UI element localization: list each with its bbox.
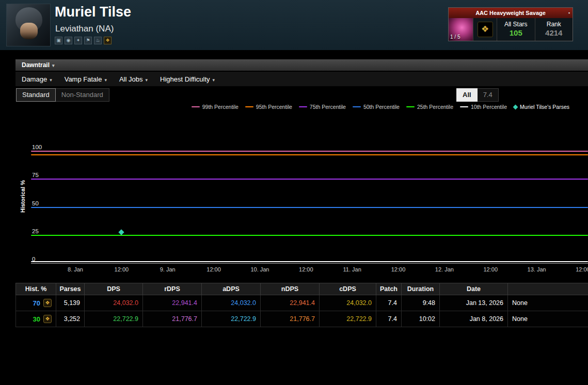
all-stars-value[interactable]: 105 [497,28,535,37]
column-header-ndps[interactable]: nDPS [261,283,320,295]
legend-label: 99th Percentile [202,104,239,110]
boss-filter-label: Vamp Fatale [65,75,102,83]
ndps-cell[interactable]: 21,776.7 [261,311,320,327]
rank-label: Rank [535,21,573,28]
x-axis-tick-label: 10. Jan [250,266,269,272]
hist-percent-cell[interactable]: 30❖ [16,311,56,327]
adps-cell[interactable]: 24,032.0 [202,295,261,311]
parses-table: Hist. % Parses DPS rDPS aDPS nDPS cDPS P… [15,283,588,327]
legend-swatch [460,106,468,107]
hist-percent-value: 70 [33,299,40,307]
jobs-filter[interactable]: All Jobs▾ [119,75,148,83]
column-header-date[interactable]: Date [440,283,508,295]
hist-percent-cell[interactable]: 70❖ [16,295,56,311]
server-name: Leviathan (NA) [55,24,114,34]
duration-cell: 10:02 [402,311,440,327]
legend-swatch [245,106,253,107]
parses-count-cell: 5,139 [56,295,85,311]
job-icon[interactable]: ❖ [478,22,493,37]
cdps-cell[interactable]: 22,722.9 [320,311,376,327]
legend-item[interactable]: Muriel Tilse's Parses [514,104,569,110]
zone-thumbnail[interactable]: 1 / 5 [449,18,473,41]
x-axis-tick-label: 12:00 [391,266,406,272]
column-header-adps[interactable]: aDPS [202,283,261,295]
x-axis-line [31,263,588,264]
filter-bar: Damage▾ Vamp Fatale▾ All Jobs▾ Highest D… [15,72,588,86]
boss-filter[interactable]: Vamp Fatale▾ [65,75,107,83]
character-avatar [6,4,51,46]
tab-patch-7-4[interactable]: 7.4 [477,88,499,102]
star-icon[interactable]: ✦ [74,37,82,44]
legend-label: Muriel Tilse's Parses [520,104,569,110]
legend-item[interactable]: 95th Percentile [245,104,292,110]
rdps-cell[interactable]: 22,941.4 [143,295,202,311]
job-icon: ❖ [43,315,52,323]
patch-tabs: All 7.4 [456,88,498,102]
column-header-dps[interactable]: DPS [85,283,143,295]
chart-legend: 99th Percentile95th Percentile75th Perce… [192,103,569,110]
x-axis-tick-label: 12:00 [483,266,498,272]
column-header-cdps[interactable]: cDPS [320,283,376,295]
chevron-down-icon: ▾ [145,77,148,83]
dps-cell[interactable]: 22,722.9 [85,311,143,327]
zone-summary-body: 1 / 5 ❖ All Stars 105 Rank 4214 [449,18,573,41]
percentile-line [31,179,588,180]
difficulty-filter[interactable]: Highest Difficulty▾ [160,75,215,83]
column-header-parses[interactable]: Parses [56,283,85,295]
legend-item[interactable]: 75th Percentile [299,104,346,110]
x-axis-tick-label: 12:00 [576,266,588,272]
parse-type-tabs: Standard Non-Standard [16,88,109,102]
y-axis-tick-label: 0 [32,256,35,262]
column-header-duration[interactable]: Duration [402,283,440,295]
rank-value[interactable]: 4214 [535,28,573,37]
column-header-rdps[interactable]: rDPS [143,283,202,295]
x-axis-tick-label: 12:00 [299,266,313,272]
springs-icon[interactable]: ♨ [94,37,102,44]
job-crest-icon[interactable]: ❖ [104,37,112,44]
metric-filter[interactable]: Damage▾ [22,75,52,83]
difficulty-filter-label: Highest Difficulty [160,75,210,83]
legend-item[interactable]: 25th Percentile [406,104,453,110]
kill-cell: None [508,295,588,311]
y-axis-tick-label: 50 [32,200,39,206]
popout-icon[interactable]: ▪ [568,8,570,18]
legend-swatch [353,106,361,107]
window-icon[interactable]: ▣ [55,37,62,44]
zone-summary-box: AAC Heavyweight Savage ▪ 1 / 5 ❖ All Sta… [448,7,573,41]
tab-standard[interactable]: Standard [16,88,56,102]
percentile-line [31,207,588,208]
date-cell[interactable]: Jan 8, 2026 [440,311,508,327]
legend-item[interactable]: 10th Percentile [460,104,507,110]
all-stars-stat: All Stars 105 [497,18,535,41]
historical-percentile-chart: 02550751008. Jan12:009. Jan12:0010. Jan1… [0,0,588,385]
percentile-line [31,151,588,152]
legend-label: 10th Percentile [471,104,507,110]
legend-swatch [299,106,307,107]
dps-cell[interactable]: 24,032.0 [85,295,143,311]
patch-cell: 7.4 [376,311,402,327]
globe-icon[interactable]: ◉ [65,37,72,44]
legend-item[interactable]: 99th Percentile [192,104,239,110]
all-stars-label: All Stars [497,21,535,28]
column-header-hist[interactable]: Hist. % [16,283,56,295]
page-header: Muriel Tilse Leviathan (NA) ▣ ◉ ✦ ⚑ ♨ ❖ … [0,0,588,50]
parse-point[interactable] [119,230,124,235]
rdps-cell[interactable]: 21,776.7 [143,311,202,327]
column-header-patch[interactable]: Patch [376,283,402,295]
x-axis-tick-label: 11. Jan [343,266,361,272]
patch-cell: 7.4 [376,295,402,311]
ndps-cell[interactable]: 22,941.4 [261,295,320,311]
adps-cell[interactable]: 22,722.9 [202,311,261,327]
x-axis-tick-label: 8. Jan [68,266,83,272]
jobs-filter-label: All Jobs [119,75,143,83]
cdps-cell[interactable]: 24,032.0 [320,295,376,311]
legend-item[interactable]: 50th Percentile [353,104,400,110]
percentile-line [31,154,588,155]
x-axis-tick-label: 12. Jan [435,266,454,272]
date-cell[interactable]: Jan 13, 2026 [440,295,508,311]
tab-non-standard[interactable]: Non-Standard [55,88,109,102]
flag-icon[interactable]: ⚑ [84,37,92,44]
expansion-dropdown[interactable]: Dawntrail▾ [15,59,588,71]
tab-all-patches[interactable]: All [456,88,478,102]
legend-label: 75th Percentile [310,104,346,110]
